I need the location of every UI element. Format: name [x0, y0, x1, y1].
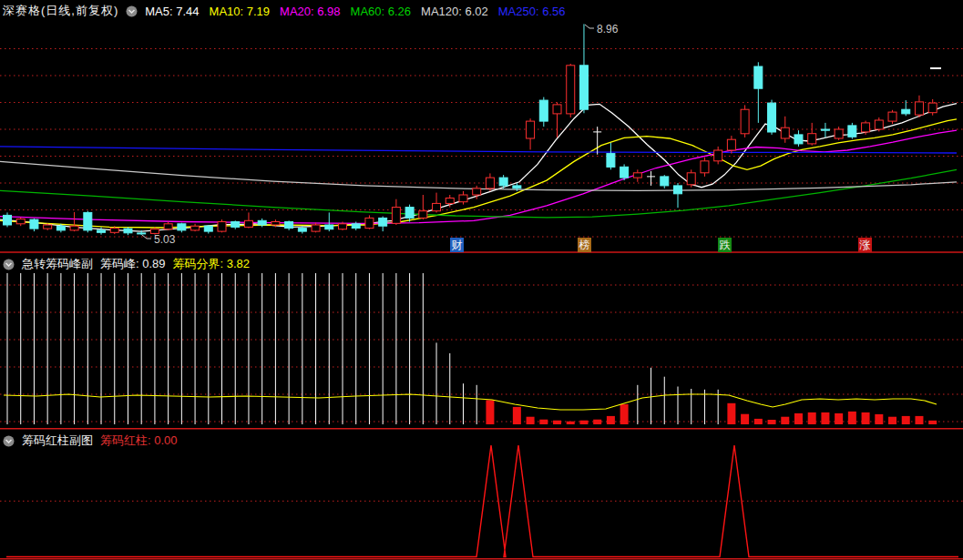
- chip-divide-label: 筹码分界: 3.82: [173, 256, 251, 272]
- ma5-value: MA5: 7.44: [145, 5, 199, 18]
- main-chart-canvas[interactable]: 8.965.03: [0, 0, 963, 253]
- collapse-signal-icon[interactable]: [3, 435, 15, 447]
- signal-value-label: 筹码红柱: 0.00: [100, 433, 178, 449]
- chevron-down-icon: [3, 435, 15, 447]
- ma60-value: MA60: 6.26: [351, 5, 412, 18]
- quick-link-涨[interactable]: 涨: [858, 238, 872, 252]
- ma-values-row: MA5: 7.44MA10: 7.19MA20: 6.98MA60: 6.26M…: [145, 5, 575, 18]
- chip-peak-label: 筹码峰: 0.89: [100, 256, 166, 272]
- ma120-value: MA120: 6.02: [421, 5, 488, 18]
- collapse-chip-icon[interactable]: [3, 259, 15, 270]
- ma250-value: MA250: 6.56: [498, 5, 566, 18]
- quick-link-榜[interactable]: 榜: [578, 238, 591, 252]
- ma20-value: MA20: 6.98: [280, 5, 341, 18]
- chevron-down-icon: [3, 259, 15, 270]
- chip-panel-header: 急转筹码峰副 筹码峰: 0.89 筹码分界: 3.82: [3, 256, 250, 272]
- chip-panel-canvas[interactable]: [0, 253, 963, 430]
- ma10-value: MA10: 7.19: [210, 5, 271, 18]
- quick-link-财[interactable]: 财: [450, 238, 464, 252]
- quick-links-row: 财榜跌涨: [0, 238, 963, 252]
- quick-link-跌[interactable]: 跌: [718, 238, 732, 252]
- chip-panel-title: 急转筹码峰副: [22, 256, 93, 272]
- collapse-main-icon[interactable]: [126, 5, 138, 17]
- chevron-down-icon: [126, 5, 138, 17]
- stock-title: 深赛格(日线,前复权): [3, 3, 118, 19]
- main-chart-header: 深赛格(日线,前复权) MA5: 7.44MA10: 7.19MA20: 6.9…: [3, 3, 575, 19]
- chart-window: 8.965.03 深赛格(日线,前复权) MA5: 7.44MA10: 7.19…: [0, 0, 963, 560]
- signal-panel-title: 筹码红柱副图: [22, 433, 93, 449]
- svg-text:8.96: 8.96: [597, 23, 619, 36]
- signal-panel-header: 筹码红柱副图 筹码红柱: 0.00: [3, 433, 178, 449]
- signal-panel-canvas[interactable]: [0, 430, 963, 560]
